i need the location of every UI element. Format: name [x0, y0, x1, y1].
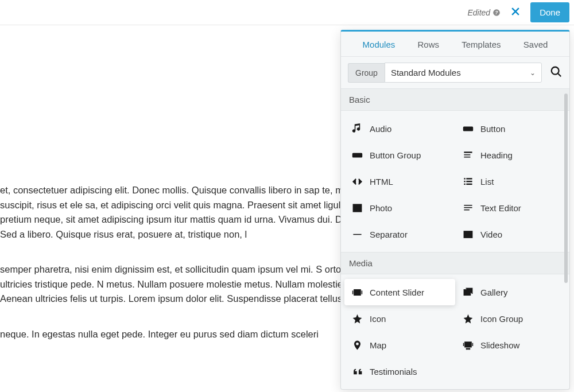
module-list[interactable]: List: [455, 168, 566, 195]
svg-rect-8: [464, 156, 470, 157]
svg-line-3: [558, 73, 561, 76]
topbar: Edited ? Done: [0, 0, 574, 25]
module-photo[interactable]: Photo: [344, 195, 455, 221]
module-button-group[interactable]: Button Group: [344, 142, 455, 168]
svg-rect-17: [464, 204, 472, 205]
module-label: Slideshow: [480, 340, 519, 350]
module-label: Icon: [370, 314, 386, 324]
map-pin-icon: [351, 339, 363, 351]
tab-rows[interactable]: Rows: [418, 40, 440, 49]
svg-rect-18: [464, 207, 472, 208]
audio-icon: [351, 123, 363, 134]
svg-rect-13: [464, 183, 465, 184]
module-video[interactable]: Video: [455, 221, 566, 247]
svg-point-16: [355, 205, 356, 207]
list-icon: [462, 176, 474, 187]
module-slideshow[interactable]: Slideshow: [455, 332, 566, 358]
svg-rect-4: [463, 127, 472, 130]
module-html[interactable]: HTML: [344, 168, 455, 195]
svg-rect-6: [464, 152, 472, 153]
photo-icon: [351, 202, 363, 214]
module-button[interactable]: Button: [455, 115, 566, 142]
panel-tabs: Modules Rows Templates Saved: [341, 32, 569, 57]
tab-templates[interactable]: Templates: [461, 40, 501, 49]
module-separator[interactable]: Separator: [344, 221, 455, 247]
section-media-header: Media: [341, 252, 569, 274]
module-label: HTML: [370, 177, 393, 187]
module-label: Button: [480, 124, 505, 134]
module-label: List: [480, 177, 494, 187]
done-button[interactable]: Done: [530, 2, 569, 22]
scrollbar[interactable]: [564, 94, 568, 283]
module-label: Separator: [370, 230, 408, 239]
module-icon[interactable]: Icon: [344, 305, 455, 332]
svg-rect-7: [464, 154, 470, 155]
module-label: Audio: [370, 124, 391, 134]
module-label: Map: [370, 340, 386, 350]
quote-icon: [351, 366, 363, 377]
svg-text:?: ?: [495, 10, 498, 15]
module-label: Heading: [480, 150, 513, 160]
module-gallery[interactable]: Gallery: [455, 279, 566, 305]
star-icon: [462, 313, 474, 324]
content-slider-icon: [351, 286, 363, 298]
module-text-editor[interactable]: Text Editor: [455, 195, 566, 221]
button-group-icon: [351, 149, 363, 161]
slideshow-icon: [462, 339, 474, 351]
module-label: Gallery: [480, 288, 508, 297]
group-row: Group Standard Modules ⌄: [341, 57, 569, 88]
module-content-slider[interactable]: Content Slider: [344, 279, 455, 305]
svg-rect-14: [466, 183, 472, 184]
module-audio[interactable]: Audio: [344, 115, 455, 142]
svg-rect-5: [352, 153, 362, 157]
tab-modules[interactable]: Modules: [363, 40, 395, 49]
svg-rect-20: [353, 234, 361, 235]
html-icon: [351, 176, 363, 187]
edited-status: Edited ?: [467, 8, 501, 17]
close-icon: [510, 6, 521, 17]
help-icon[interactable]: ?: [492, 9, 501, 17]
svg-point-29: [466, 348, 467, 350]
svg-rect-26: [464, 341, 471, 347]
chevron-down-icon: ⌄: [530, 69, 536, 77]
module-label: Text Editor: [480, 203, 521, 213]
module-label: Testimonials: [370, 367, 417, 377]
group-value: Standard Modules: [391, 68, 461, 77]
module-label: Photo: [370, 203, 392, 213]
svg-rect-22: [354, 289, 360, 295]
close-button[interactable]: [506, 6, 525, 20]
group-label: Group: [348, 63, 385, 83]
search-icon: [550, 65, 563, 78]
section-media-grid: Content Slider Gallery Icon Icon Group M…: [341, 274, 569, 389]
separator-icon: [351, 228, 363, 240]
module-map[interactable]: Map: [344, 332, 455, 358]
heading-icon: [462, 149, 474, 161]
module-heading[interactable]: Heading: [455, 142, 566, 168]
search-button[interactable]: [550, 65, 563, 80]
svg-point-31: [469, 348, 470, 350]
module-label: Content Slider: [370, 288, 424, 297]
svg-rect-19: [464, 209, 470, 210]
modules-panel: Modules Rows Templates Saved Group Stand…: [340, 30, 570, 390]
module-label: Button Group: [370, 150, 421, 160]
module-testimonials[interactable]: Testimonials: [344, 358, 455, 385]
module-icon-group[interactable]: Icon Group: [455, 305, 566, 332]
svg-rect-11: [464, 180, 465, 181]
button-icon: [462, 123, 474, 134]
svg-rect-12: [466, 180, 472, 181]
tab-saved[interactable]: Saved: [523, 40, 548, 49]
svg-rect-10: [466, 178, 472, 179]
svg-point-2: [552, 67, 559, 74]
star-icon: [351, 313, 363, 324]
svg-point-30: [467, 348, 468, 350]
gallery-icon: [462, 286, 474, 298]
video-icon: [462, 228, 474, 240]
section-basic-header: Basic: [341, 88, 569, 111]
edited-label: Edited: [467, 8, 490, 17]
module-label: Video: [480, 230, 502, 239]
group-select[interactable]: Standard Modules ⌄: [385, 63, 542, 83]
section-basic-grid: Audio Button Button Group Heading HTML L…: [341, 111, 569, 252]
text-editor-icon: [462, 202, 474, 214]
svg-rect-9: [464, 178, 465, 179]
module-label: Icon Group: [480, 314, 523, 324]
